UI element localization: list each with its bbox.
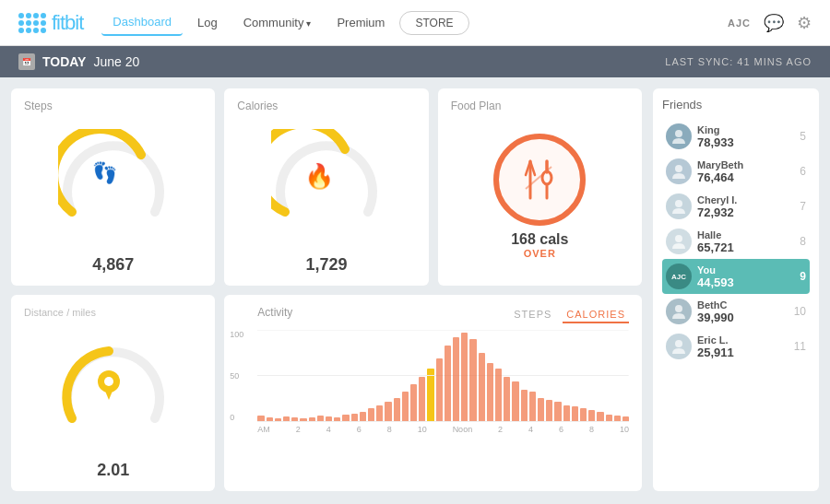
nav-premium[interactable]: Premium bbox=[326, 10, 396, 35]
friend-info: Eric L.25,911 bbox=[697, 334, 788, 359]
distance-title: Distance / miles bbox=[24, 306, 202, 319]
chart-bar bbox=[504, 377, 510, 420]
chart-bar bbox=[487, 363, 493, 420]
friend-info: Cheryl I.72,932 bbox=[697, 194, 794, 219]
chart-bar bbox=[479, 353, 485, 420]
svg-point-15 bbox=[675, 165, 682, 172]
friend-name: BethC bbox=[697, 299, 788, 311]
chart-bar bbox=[436, 358, 443, 421]
svg-marker-10 bbox=[102, 384, 115, 400]
friends-list: King78,9335MaryBeth76,4646Cheryl I.72,93… bbox=[662, 119, 810, 364]
chart-bar bbox=[351, 414, 358, 421]
chart-bar bbox=[334, 417, 340, 420]
nav-avatar-text: AJC bbox=[728, 18, 751, 29]
friend-item[interactable]: Cheryl I.72,9327 bbox=[662, 189, 810, 224]
today-label: TODAY bbox=[42, 54, 86, 69]
navbar: fitbit Dashboard Log Community Premium S… bbox=[0, 0, 830, 46]
friend-name: You bbox=[697, 264, 794, 275]
friend-name: Cheryl I. bbox=[697, 194, 794, 205]
friend-avatar: AJC bbox=[666, 264, 692, 289]
chart-bar bbox=[419, 377, 425, 420]
steps-value: 4,867 bbox=[24, 255, 202, 275]
calendar-icon: 📅 bbox=[18, 53, 35, 70]
chart-bar bbox=[521, 390, 528, 421]
chart-bar bbox=[275, 418, 281, 420]
nav-log[interactable]: Log bbox=[186, 10, 229, 35]
gear-icon[interactable]: ⚙ bbox=[797, 13, 812, 33]
friend-steps: 78,933 bbox=[697, 135, 794, 149]
activity-card: Activity STEPS CALORIES 100 50 0 bbox=[224, 295, 642, 492]
friend-steps: 25,911 bbox=[697, 346, 788, 359]
svg-point-18 bbox=[675, 305, 682, 312]
logo-text: fitbit bbox=[52, 11, 83, 35]
chart-bar bbox=[326, 416, 332, 421]
chart-bar bbox=[563, 405, 570, 421]
steps-gauge: 👣 bbox=[24, 118, 202, 252]
food-plan-cals: 168 cals bbox=[511, 231, 568, 248]
friend-item[interactable]: AJCYou44,5939 bbox=[662, 259, 810, 294]
friend-item[interactable]: Halle65,7218 bbox=[662, 224, 810, 259]
chart-bar bbox=[572, 406, 578, 421]
chart-bar bbox=[360, 412, 366, 420]
friend-rank: 6 bbox=[800, 165, 806, 178]
nav-community[interactable]: Community bbox=[232, 10, 323, 35]
subheader-date: June 20 bbox=[93, 54, 139, 69]
friend-steps: 65,721 bbox=[697, 240, 794, 254]
calories-gauge-svg: 🔥 bbox=[271, 129, 382, 240]
chart-bar bbox=[461, 333, 468, 421]
activity-title: Activity bbox=[257, 306, 292, 319]
chart-bar bbox=[495, 369, 502, 420]
chart-bar bbox=[614, 416, 621, 421]
activity-toggle: STEPS CALORIES bbox=[510, 307, 629, 323]
friend-info: BethC39,990 bbox=[697, 299, 788, 324]
svg-point-19 bbox=[675, 340, 682, 347]
calories-gauge: 🔥 bbox=[237, 118, 415, 252]
svg-text:🔥: 🔥 bbox=[304, 161, 335, 191]
subheader: 📅 TODAY June 20 LAST SYNC: 41 MINS AGO bbox=[0, 46, 830, 77]
food-plan-content: 168 cals OVER bbox=[451, 118, 629, 275]
chart-bar bbox=[267, 417, 273, 420]
friend-item[interactable]: King78,9335 bbox=[662, 119, 810, 154]
chart-bar bbox=[554, 402, 561, 420]
chart-bar bbox=[368, 408, 374, 421]
friend-rank: 11 bbox=[794, 340, 806, 353]
chart-bar bbox=[445, 346, 451, 420]
chart-bar bbox=[546, 400, 552, 421]
friend-item[interactable]: MaryBeth76,4646 bbox=[662, 154, 810, 189]
friend-name: Eric L. bbox=[697, 334, 788, 346]
friend-steps: 72,932 bbox=[697, 205, 794, 219]
chart-bar bbox=[376, 405, 383, 421]
friend-rank: 7 bbox=[800, 200, 806, 213]
svg-point-16 bbox=[675, 200, 682, 207]
steps-gauge-svg: 👣 bbox=[58, 129, 169, 240]
chart-bar bbox=[317, 416, 324, 421]
friend-item[interactable]: BethC39,99010 bbox=[662, 294, 810, 329]
logo: fitbit bbox=[18, 11, 83, 35]
food-plan-title: Food Plan bbox=[451, 100, 629, 112]
friend-rank: 8 bbox=[800, 235, 806, 248]
friend-avatar bbox=[666, 229, 692, 254]
food-plan-card: Food Plan 168 cals O bbox=[438, 88, 642, 286]
friend-avatar bbox=[666, 123, 692, 149]
nav-dashboard[interactable]: Dashboard bbox=[101, 9, 183, 36]
food-plan-over: OVER bbox=[511, 248, 568, 259]
chat-icon[interactable]: 💬 bbox=[764, 13, 784, 33]
nav-right: AJC 💬 ⚙ bbox=[728, 13, 812, 33]
nav-store[interactable]: STORE bbox=[399, 11, 468, 35]
friend-info: Halle65,721 bbox=[697, 229, 794, 254]
friends-panel: Friends King78,9335MaryBeth76,4646Cheryl… bbox=[653, 88, 819, 491]
toggle-steps[interactable]: STEPS bbox=[510, 307, 555, 323]
chart-bar bbox=[300, 418, 306, 420]
chart-bar bbox=[291, 417, 298, 420]
main-content: Steps 👣 4,867 Calories 🔥 bbox=[0, 77, 830, 502]
svg-point-17 bbox=[675, 235, 682, 242]
friend-item[interactable]: Eric L.25,91111 bbox=[662, 329, 810, 364]
chart-bar bbox=[512, 381, 518, 421]
community-chevron bbox=[306, 16, 311, 29]
calories-title: Calories bbox=[237, 100, 415, 112]
chart-bars bbox=[257, 330, 629, 422]
friend-name: King bbox=[697, 124, 794, 135]
svg-point-14 bbox=[675, 130, 682, 137]
toggle-calories[interactable]: CALORIES bbox=[563, 307, 629, 323]
friend-steps: 76,464 bbox=[697, 170, 794, 184]
